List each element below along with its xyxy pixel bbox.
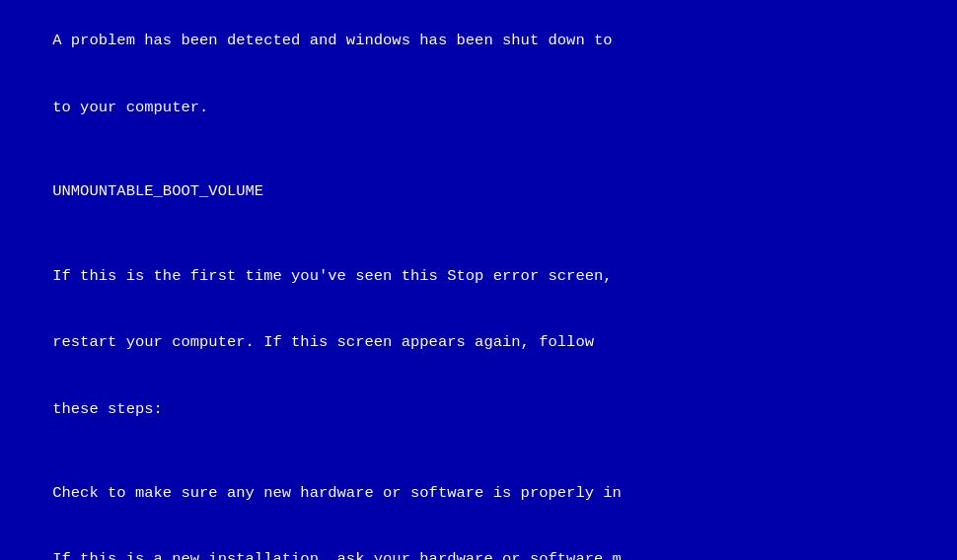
para1-line3: these steps:	[52, 400, 163, 418]
para2-line1: Check to make sure any new hardware or s…	[52, 484, 622, 502]
para1-line2: restart your computer. If this screen ap…	[52, 333, 594, 351]
header-line2: to your computer.	[52, 99, 208, 116]
para1-line1: If this is the first time you've seen th…	[52, 267, 612, 285]
header-line1: A problem has been detected and windows …	[52, 32, 612, 49]
para2-line2: If this is a new installation, ask your …	[52, 550, 622, 560]
bsod-screen: A problem has been detected and windows …	[0, 0, 957, 560]
error-code: UNMOUNTABLE_BOOT_VOLUME	[52, 182, 263, 200]
